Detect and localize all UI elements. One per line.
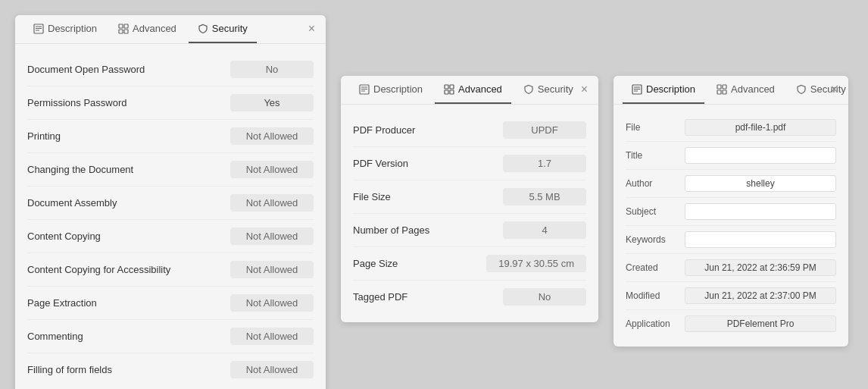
field-row-content-copying: Content Copying Not Allowed: [27, 220, 314, 253]
panel1-body: Document Open Password No Permissions Pa…: [15, 44, 326, 389]
svg-rect-7: [124, 30, 128, 33]
tab-label-advanced-3: Advanced: [731, 83, 775, 95]
field-value-file: pdf-file-1.pdf: [685, 119, 836, 136]
close-button-2[interactable]: ×: [578, 82, 591, 97]
field-label-title: Title: [626, 150, 679, 161]
tab-label-advanced-2: Advanced: [458, 83, 502, 95]
tab-security-1[interactable]: Security: [189, 15, 257, 43]
field-value-form-fields: Not Allowed: [230, 361, 314, 378]
field-row-application: Application PDFelement Pro: [626, 310, 836, 337]
tab-description-1[interactable]: Description: [24, 15, 106, 43]
svg-rect-22: [717, 90, 721, 94]
panel-advanced: Description Advanced Security × PDF Prod…: [341, 76, 598, 322]
field-value-application: PDFelement Pro: [685, 315, 836, 332]
field-value-file-size: 5.5 MB: [503, 188, 586, 205]
close-button-3[interactable]: ×: [828, 82, 841, 97]
field-input-subject[interactable]: [685, 203, 836, 220]
field-label-open-password: Document Open Password: [27, 64, 145, 75]
field-value-num-pages: 4: [503, 221, 586, 239]
field-label-file-size: File Size: [353, 191, 391, 202]
field-row-file: File pdf-file-1.pdf: [626, 114, 836, 142]
svg-rect-6: [119, 30, 123, 33]
panel3-body: File pdf-file-1.pdf Title Author Subject…: [614, 105, 848, 347]
field-value-changing-doc: Not Allowed: [230, 161, 314, 178]
field-label-content-copying: Content Copying: [27, 231, 101, 242]
svg-rect-12: [445, 85, 448, 89]
field-label-pdf-producer: PDF Producer: [353, 124, 415, 136]
panel3-tabs: Description Advanced Security ×: [614, 76, 848, 105]
advanced-icon-3: [717, 84, 727, 95]
field-label-subject: Subject: [626, 206, 679, 217]
svg-rect-14: [445, 90, 448, 94]
field-label-pdf-version: PDF Version: [353, 158, 408, 169]
field-label-created: Created: [626, 262, 679, 273]
tab-label-description-1: Description: [48, 23, 97, 34]
tab-label-description-3: Description: [646, 83, 695, 95]
field-label-num-pages: Number of Pages: [353, 224, 429, 236]
field-input-author[interactable]: [685, 175, 836, 192]
field-row-form-fields: Filling of form fields Not Allowed: [27, 353, 314, 386]
field-label-page-size: Page Size: [353, 258, 398, 269]
advanced-icon-2: [444, 84, 454, 95]
field-label-permissions-password: Permissions Password: [27, 97, 127, 108]
field-row-num-pages: Number of Pages 4: [353, 214, 586, 247]
field-label-tagged-pdf: Tagged PDF: [353, 291, 407, 303]
tab-description-2[interactable]: Description: [350, 76, 432, 104]
field-label-form-fields: Filling of form fields: [27, 364, 112, 375]
svg-rect-13: [450, 85, 454, 89]
svg-rect-15: [450, 90, 454, 94]
svg-rect-20: [717, 85, 721, 89]
field-label-author: Author: [626, 178, 679, 189]
field-row-open-password: Document Open Password No: [27, 53, 314, 86]
field-value-printing: Not Allowed: [230, 127, 314, 145]
field-row-permissions-password: Permissions Password Yes: [27, 86, 314, 120]
field-value-page-size: 19.97 x 30.55 cm: [486, 255, 586, 272]
field-row-pdf-producer: PDF Producer UPDF: [353, 114, 586, 147]
field-value-pdf-version: 1.7: [503, 155, 586, 172]
field-label-commenting: Commenting: [27, 331, 83, 342]
field-input-title[interactable]: [685, 147, 836, 164]
field-label-file: File: [626, 122, 679, 133]
description-icon-2: [359, 84, 370, 95]
panel2-body: PDF Producer UPDF PDF Version 1.7 File S…: [341, 105, 598, 322]
tab-label-security-1: Security: [212, 23, 248, 34]
tab-label-security-2: Security: [538, 83, 573, 95]
tab-advanced-2[interactable]: Advanced: [435, 76, 511, 104]
description-icon-3: [632, 84, 642, 95]
description-icon-1: [33, 24, 44, 34]
svg-rect-21: [723, 85, 726, 89]
panel-security: Description Advanced Security × Document…: [15, 15, 326, 389]
panel-description: Description Advanced Security × File pdf…: [614, 76, 848, 347]
tab-security-3[interactable]: Security: [787, 76, 855, 104]
tab-security-2[interactable]: Security: [514, 76, 582, 104]
field-row-author: Author: [626, 170, 836, 198]
tab-advanced-1[interactable]: Advanced: [109, 15, 186, 43]
field-label-changing-doc: Changing the Document: [27, 164, 133, 175]
field-input-keywords[interactable]: [685, 231, 836, 248]
field-row-printing: Printing Not Allowed: [27, 120, 314, 153]
close-button-1[interactable]: ×: [305, 21, 318, 36]
field-label-content-accessibility: Content Copying for Accessibility: [27, 264, 170, 275]
tab-label-description-2: Description: [373, 83, 423, 95]
field-row-title: Title: [626, 142, 836, 170]
field-label-keywords: Keywords: [626, 234, 679, 245]
field-value-modified: Jun 21, 2022 at 2:37:00 PM: [685, 287, 836, 304]
field-row-pdf-version: PDF Version 1.7: [353, 147, 586, 180]
field-row-subject: Subject: [626, 198, 836, 226]
field-row-keywords: Keywords: [626, 226, 836, 254]
tab-description-3[interactable]: Description: [623, 76, 704, 104]
security-icon-1: [198, 24, 208, 34]
field-value-content-accessibility: Not Allowed: [230, 261, 314, 278]
field-row-changing-doc: Changing the Document Not Allowed: [27, 153, 314, 187]
panel1-tabs: Description Advanced Security ×: [15, 15, 326, 44]
field-value-assembly: Not Allowed: [230, 194, 314, 212]
field-label-page-extraction: Page Extraction: [27, 297, 97, 309]
panel2-tabs: Description Advanced Security ×: [341, 76, 598, 105]
field-row-modified: Modified Jun 21, 2022 at 2:37:00 PM: [626, 282, 836, 310]
tab-advanced-3[interactable]: Advanced: [707, 76, 784, 104]
field-row-file-size: File Size 5.5 MB: [353, 180, 586, 214]
field-row-page-size: Page Size 19.97 x 30.55 cm: [353, 247, 586, 281]
field-row-assembly: Document Assembly Not Allowed: [27, 187, 314, 220]
svg-rect-23: [723, 90, 726, 94]
svg-rect-5: [124, 24, 128, 28]
